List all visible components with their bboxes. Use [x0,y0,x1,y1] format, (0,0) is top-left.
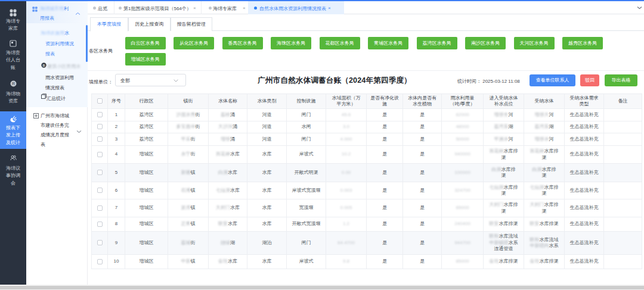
svg-text:R: R [11,82,14,86]
svg-text:B: B [42,64,45,67]
